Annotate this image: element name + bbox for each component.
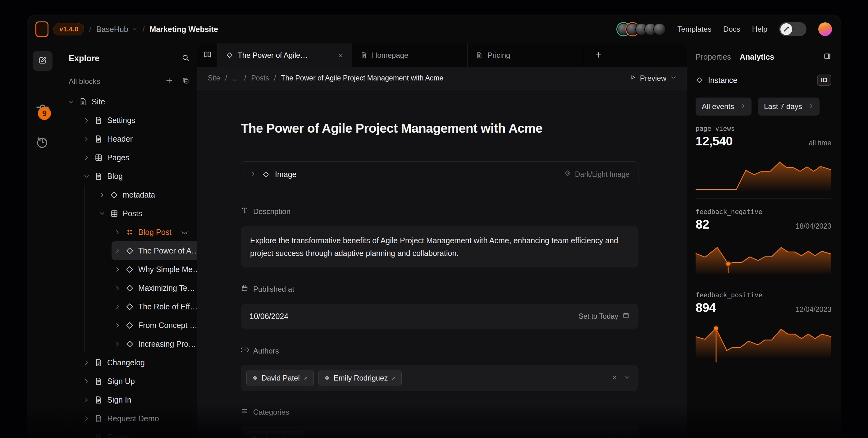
tree-item-body[interactable]: Request Demo xyxy=(81,409,193,428)
tree-item-body[interactable]: From Concept … xyxy=(112,316,197,335)
tree-item-metadata[interactable]: metadata xyxy=(65,185,193,204)
chevron-right-icon[interactable] xyxy=(83,378,90,385)
chevron-right-icon[interactable] xyxy=(83,359,90,366)
chevron-right-icon[interactable] xyxy=(114,247,121,254)
chevron-right-icon[interactable] xyxy=(83,396,90,404)
chevron-down-icon[interactable] xyxy=(83,173,90,180)
library-tab[interactable] xyxy=(197,43,218,67)
remove-chip-icon[interactable] xyxy=(391,376,396,381)
chevron-right-icon[interactable] xyxy=(114,285,121,292)
nav-docs[interactable]: Docs xyxy=(723,25,740,34)
remove-chip-icon[interactable] xyxy=(293,437,299,438)
remove-chip-icon[interactable] xyxy=(303,376,309,381)
tree-item-blog-post[interactable]: Blog Post xyxy=(65,223,193,241)
chevron-right-icon[interactable] xyxy=(114,322,121,329)
chip-david-patel[interactable]: David Patel xyxy=(246,370,314,386)
chevron-down-icon[interactable] xyxy=(624,436,630,438)
chevron-down-icon[interactable] xyxy=(624,374,630,382)
tree-item-body[interactable]: The Power of A… xyxy=(112,241,197,260)
tree-item-header[interactable]: Header xyxy=(65,129,193,148)
tree-item-sign-up[interactable]: Sign Up xyxy=(65,372,193,390)
tree-item-body[interactable]: Footer xyxy=(81,428,193,438)
chevron-right-icon[interactable] xyxy=(114,303,121,310)
tab-pricing[interactable]: Pricing xyxy=(468,43,583,67)
clear-all-icon[interactable] xyxy=(611,374,618,382)
chip-productivity[interactable]: Productivity xyxy=(246,431,304,438)
tree-item-body[interactable]: Settings xyxy=(81,111,193,129)
tree-item-the-role-of-eff[interactable]: The Role of Eff… xyxy=(65,297,193,316)
tree-item-site[interactable]: Site xyxy=(65,92,193,111)
tree-item-body[interactable]: metadata xyxy=(96,185,193,204)
chevron-right-icon[interactable] xyxy=(83,434,90,438)
nav-help[interactable]: Help xyxy=(752,25,767,34)
tree-item-blog[interactable]: Blog xyxy=(65,167,193,185)
image-field[interactable]: Image Dark/Light Image xyxy=(241,161,639,187)
tree-item-increasing-pro[interactable]: Increasing Pro… xyxy=(65,335,193,353)
tree-item-body[interactable]: Changelog xyxy=(81,353,193,372)
chip-emily-rodriguez[interactable]: Emily Rodriguez xyxy=(318,370,402,386)
tree-item-body[interactable]: Why Simple Me… xyxy=(112,260,197,279)
tree-item-the-power-of-a[interactable]: The Power of A… xyxy=(65,241,193,260)
chevron-right-icon[interactable] xyxy=(83,117,90,124)
preview-button[interactable]: Preview xyxy=(629,74,677,83)
clear-all-icon[interactable] xyxy=(611,436,618,438)
chevron-down-icon[interactable] xyxy=(67,98,74,105)
edit-mode-toggle[interactable] xyxy=(779,22,806,36)
tree-item-body[interactable]: Increasing Pro… xyxy=(112,335,197,353)
description-input[interactable]: Explore the transformative benefits of A… xyxy=(241,226,639,268)
tab-the-power-of-agile[interactable]: The Power of Agile… xyxy=(218,43,352,67)
tree-item-body[interactable]: Blog xyxy=(81,167,193,185)
edit-content-button[interactable] xyxy=(33,51,53,71)
chevron-right-icon[interactable] xyxy=(83,415,90,422)
tree-item-pages[interactable]: Pages xyxy=(65,148,193,167)
tree-item-why-simple-me[interactable]: Why Simple Me… xyxy=(65,260,193,279)
duplicate-button[interactable] xyxy=(181,76,190,86)
nav-templates[interactable]: Templates xyxy=(678,25,711,34)
chevron-right-icon[interactable] xyxy=(98,191,105,198)
org-switcher[interactable]: BaseHub xyxy=(96,25,137,34)
tree-item-body[interactable]: Site xyxy=(65,92,193,111)
id-badge[interactable]: ID xyxy=(817,74,831,86)
authors-field[interactable]: David PatelEmily Rodriguez xyxy=(241,365,639,391)
tree-item-body[interactable]: Posts xyxy=(96,204,193,223)
close-tab-icon[interactable] xyxy=(337,52,344,58)
chevron-right-icon[interactable] xyxy=(83,154,90,161)
tree-item-body[interactable]: Sign In xyxy=(81,390,193,409)
chevron-right-icon[interactable] xyxy=(114,229,121,236)
add-block-button[interactable] xyxy=(165,76,173,86)
breadcrumb-item[interactable]: Posts xyxy=(251,74,269,82)
tree-item-settings[interactable]: Settings xyxy=(65,111,193,129)
panel-tab-analytics[interactable]: Analytics xyxy=(740,53,774,62)
chevron-down-icon[interactable] xyxy=(98,210,105,217)
categories-field[interactable]: Productivity xyxy=(241,426,639,438)
tree-item-request-demo[interactable]: Request Demo xyxy=(65,409,193,428)
account-avatar[interactable] xyxy=(818,22,832,36)
chevron-right-icon[interactable] xyxy=(250,171,257,178)
new-tab-button[interactable] xyxy=(583,43,687,67)
filter-all-events[interactable]: All events xyxy=(695,98,751,116)
panel-tab-properties[interactable]: Properties xyxy=(695,53,731,62)
panel-toggle-icon[interactable] xyxy=(823,52,831,62)
tree-item-body[interactable]: Sign Up xyxy=(81,372,193,390)
tree-item-maximizing-te[interactable]: Maximizing Te… xyxy=(65,279,193,297)
tree-item-body[interactable]: The Role of Eff… xyxy=(112,297,197,316)
tree-item-body[interactable]: Header xyxy=(81,129,193,148)
date-value[interactable]: 10/06/2024 xyxy=(249,312,288,321)
tree-item-changelog[interactable]: Changelog xyxy=(65,353,193,372)
tree-item-posts[interactable]: Posts xyxy=(65,204,193,223)
chevron-right-icon[interactable] xyxy=(83,135,90,143)
tree-item-footer[interactable]: Footer xyxy=(65,428,193,438)
tree-item-body[interactable]: Pages xyxy=(81,148,193,167)
chevron-right-icon[interactable] xyxy=(114,266,121,273)
tree-item-sign-in[interactable]: Sign In xyxy=(65,390,193,409)
breadcrumb-item[interactable]: Site xyxy=(208,74,220,82)
chevron-right-icon[interactable] xyxy=(114,340,121,348)
breadcrumb-item[interactable]: … xyxy=(232,74,239,82)
commits-button[interactable]: 9 xyxy=(35,100,50,114)
basehub-logo[interactable] xyxy=(35,22,49,37)
tree-item-from-concept[interactable]: From Concept … xyxy=(65,316,193,335)
tree-item-body[interactable]: Maximizing Te… xyxy=(112,279,197,297)
set-to-today-button[interactable]: Set to Today xyxy=(579,312,630,321)
search-button[interactable] xyxy=(181,54,190,63)
published-at-field[interactable]: 10/06/2024 Set to Today xyxy=(241,304,639,328)
